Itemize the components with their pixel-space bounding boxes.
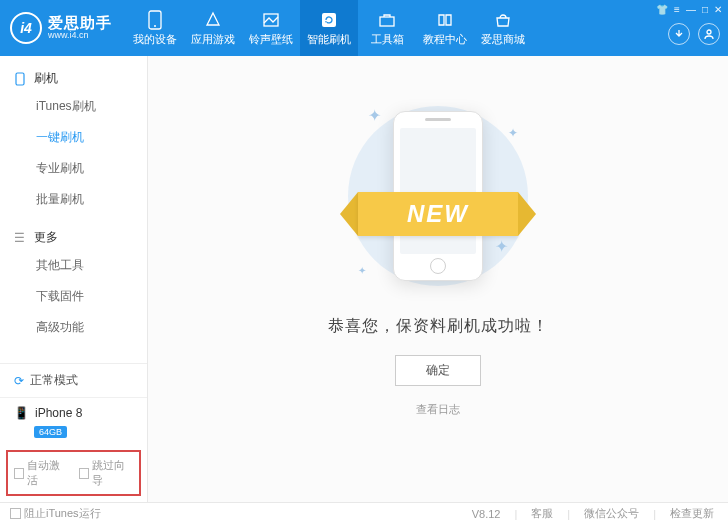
- version-label: V8.12: [468, 508, 505, 520]
- nav-label: 智能刷机: [307, 32, 351, 47]
- mode-label: 正常模式: [30, 372, 78, 389]
- ok-button[interactable]: 确定: [395, 355, 481, 386]
- support-link[interactable]: 客服: [527, 506, 557, 521]
- sidebar-item-download-firmware[interactable]: 下载固件: [36, 281, 147, 312]
- sidebar: 刷机 iTunes刷机 一键刷机 专业刷机 批量刷机 ☰ 更多 其他工具 下载固…: [0, 56, 148, 502]
- nav-label: 爱思商城: [481, 32, 525, 47]
- svg-rect-6: [16, 73, 24, 85]
- section-title: 更多: [34, 229, 58, 246]
- mode-icon: ⟳: [14, 374, 24, 388]
- mode-row[interactable]: ⟳ 正常模式: [0, 364, 147, 397]
- phone-icon: [145, 10, 165, 30]
- toolbox-icon: [377, 10, 397, 30]
- nav-my-device[interactable]: 我的设备: [126, 0, 184, 56]
- success-message: 恭喜您，保资料刷机成功啦！: [328, 316, 549, 337]
- sidebar-item-oneclick-flash[interactable]: 一键刷机: [36, 122, 147, 153]
- checkbox-label: 自动激活: [27, 458, 68, 488]
- wechat-link[interactable]: 微信公众号: [580, 506, 643, 521]
- app-url: www.i4.cn: [48, 31, 112, 41]
- user-button[interactable]: [698, 23, 720, 45]
- storage-badge: 64GB: [34, 426, 67, 438]
- svg-point-5: [707, 30, 711, 34]
- svg-rect-3: [322, 13, 336, 27]
- nav-tutorials[interactable]: 教程中心: [416, 0, 474, 56]
- nav-label: 工具箱: [371, 32, 404, 47]
- logo-mark: i4: [10, 12, 42, 44]
- refresh-icon: [319, 10, 339, 30]
- highlighted-options: 自动激活 跳过向导: [6, 450, 141, 496]
- sidebar-item-advanced[interactable]: 高级功能: [36, 312, 147, 343]
- book-icon: [435, 10, 455, 30]
- checkbox-label: 跳过向导: [92, 458, 133, 488]
- device-icon: 📱: [14, 406, 29, 420]
- header: i4 爱思助手 www.i4.cn 我的设备 应用游戏 铃声壁纸 智能刷机 工具…: [0, 0, 728, 56]
- sidebar-item-other-tools[interactable]: 其他工具: [36, 250, 147, 281]
- sidebar-item-itunes-flash[interactable]: iTunes刷机: [36, 91, 147, 122]
- device-row[interactable]: 📱 iPhone 8 64GB: [0, 397, 147, 446]
- download-button[interactable]: [668, 23, 690, 45]
- more-icon: ☰: [14, 231, 28, 245]
- skip-guide-checkbox[interactable]: 跳过向导: [79, 458, 134, 488]
- skin-icon[interactable]: 👕: [656, 4, 668, 15]
- success-illustration: ✦ ✦ ✦ ✦ NEW: [338, 96, 538, 296]
- apps-icon: [203, 10, 223, 30]
- sidebar-item-batch-flash[interactable]: 批量刷机: [36, 184, 147, 215]
- svg-point-1: [154, 25, 156, 27]
- device-name: iPhone 8: [35, 406, 82, 420]
- top-nav: 我的设备 应用游戏 铃声壁纸 智能刷机 工具箱 教程中心 爱思商城: [126, 0, 532, 56]
- nav-flash[interactable]: 智能刷机: [300, 0, 358, 56]
- nav-ringtones[interactable]: 铃声壁纸: [242, 0, 300, 56]
- sidebar-section-more: ☰ 更多: [0, 225, 147, 250]
- update-link[interactable]: 检查更新: [666, 506, 718, 521]
- app-logo: i4 爱思助手 www.i4.cn: [0, 12, 126, 44]
- nav-store[interactable]: 爱思商城: [474, 0, 532, 56]
- block-itunes-checkbox[interactable]: 阻止iTunes运行: [10, 506, 101, 521]
- nav-label: 我的设备: [133, 32, 177, 47]
- svg-rect-4: [380, 17, 394, 26]
- nav-apps[interactable]: 应用游戏: [184, 0, 242, 56]
- footer: 阻止iTunes运行 V8.12| 客服| 微信公众号| 检查更新: [0, 502, 728, 524]
- nav-label: 应用游戏: [191, 32, 235, 47]
- nav-label: 教程中心: [423, 32, 467, 47]
- ribbon-text: NEW: [358, 192, 518, 236]
- nav-label: 铃声壁纸: [249, 32, 293, 47]
- sidebar-section-flash: 刷机: [0, 66, 147, 91]
- wallpaper-icon: [261, 10, 281, 30]
- auto-activate-checkbox[interactable]: 自动激活: [14, 458, 69, 488]
- checkbox-label: 阻止iTunes运行: [24, 506, 101, 521]
- app-name: 爱思助手: [48, 15, 112, 32]
- main-content: ✦ ✦ ✦ ✦ NEW 恭喜您，保资料刷机成功啦！ 确定 查看日志: [148, 56, 728, 502]
- nav-toolbox[interactable]: 工具箱: [358, 0, 416, 56]
- sidebar-item-pro-flash[interactable]: 专业刷机: [36, 153, 147, 184]
- section-title: 刷机: [34, 70, 58, 87]
- view-log-link[interactable]: 查看日志: [416, 402, 460, 417]
- flash-icon: [14, 72, 28, 86]
- store-icon: [493, 10, 513, 30]
